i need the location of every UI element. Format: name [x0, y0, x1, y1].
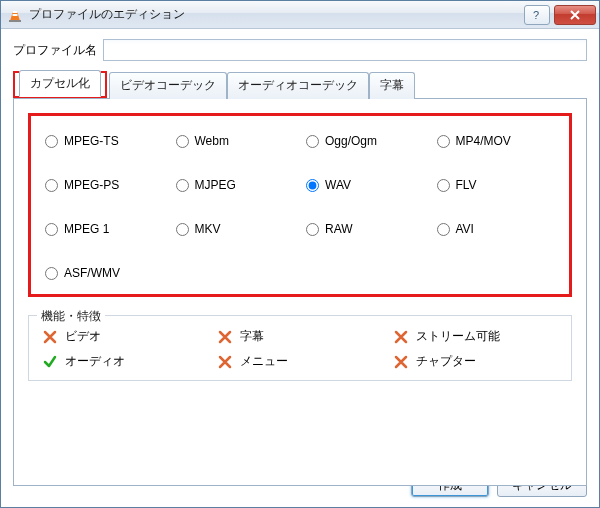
format-label: MPEG-PS — [64, 178, 119, 192]
svg-rect-1 — [13, 11, 18, 13]
format-radio[interactable] — [176, 179, 189, 192]
features-legend: 機能・特徴 — [37, 308, 105, 325]
tab-strip: カプセル化 ビデオコーデック オーディオコーデック 字幕 — [13, 71, 587, 98]
feature-item: オーディオ — [43, 353, 206, 370]
format-option[interactable]: RAW — [306, 222, 425, 236]
format-radio[interactable] — [437, 179, 450, 192]
format-radio[interactable] — [306, 179, 319, 192]
x-icon — [43, 330, 57, 344]
format-label: FLV — [456, 178, 477, 192]
format-label: AVI — [456, 222, 474, 236]
format-label: MJPEG — [195, 178, 236, 192]
format-radio[interactable] — [306, 223, 319, 236]
svg-rect-3 — [9, 20, 21, 22]
format-option[interactable]: MKV — [176, 222, 295, 236]
feature-label: ストリーム可能 — [416, 328, 500, 345]
x-icon — [218, 330, 232, 344]
format-option[interactable]: Ogg/Ogm — [306, 134, 425, 148]
format-option[interactable]: MPEG-TS — [45, 134, 164, 148]
profile-name-row: プロファイル名 — [13, 39, 587, 61]
feature-label: メニュー — [240, 353, 288, 370]
format-option[interactable]: WAV — [306, 178, 425, 192]
svg-rect-2 — [13, 14, 18, 16]
format-label: Ogg/Ogm — [325, 134, 377, 148]
format-label: Webm — [195, 134, 229, 148]
format-radio[interactable] — [176, 135, 189, 148]
tab-encapsulation-highlight: カプセル化 — [13, 71, 107, 98]
format-radio[interactable] — [437, 223, 450, 236]
format-option[interactable]: MPEG 1 — [45, 222, 164, 236]
feature-item: 字幕 — [218, 328, 381, 345]
feature-item: チャプター — [394, 353, 557, 370]
format-label: RAW — [325, 222, 353, 236]
format-radio[interactable] — [437, 135, 450, 148]
format-option[interactable]: AVI — [437, 222, 556, 236]
features-grid: ビデオ字幕ストリーム可能オーディオメニューチャプター — [43, 328, 557, 370]
profile-name-label: プロファイル名 — [13, 42, 97, 59]
tab-audio-codec[interactable]: オーディオコーデック — [227, 72, 369, 99]
format-option[interactable]: ASF/WMV — [45, 266, 164, 280]
format-label: MP4/MOV — [456, 134, 511, 148]
format-radio[interactable] — [306, 135, 319, 148]
format-option[interactable]: Webm — [176, 134, 295, 148]
tab-video-codec[interactable]: ビデオコーデック — [109, 72, 227, 99]
format-label: MKV — [195, 222, 221, 236]
format-radio[interactable] — [45, 267, 58, 280]
feature-item: ビデオ — [43, 328, 206, 345]
format-radio[interactable] — [45, 223, 58, 236]
format-radio[interactable] — [176, 223, 189, 236]
format-option[interactable]: MJPEG — [176, 178, 295, 192]
format-radio-group: MPEG-TSWebmOgg/OgmMP4/MOVMPEG-PSMJPEGWAV… — [28, 113, 572, 297]
profile-name-input[interactable] — [103, 39, 587, 61]
feature-item: メニュー — [218, 353, 381, 370]
format-label: MPEG 1 — [64, 222, 109, 236]
feature-label: オーディオ — [65, 353, 125, 370]
x-icon — [394, 330, 408, 344]
tab-subtitles[interactable]: 字幕 — [369, 72, 415, 99]
format-label: ASF/WMV — [64, 266, 120, 280]
tab-panel-encapsulation: MPEG-TSWebmOgg/OgmMP4/MOVMPEG-PSMJPEGWAV… — [13, 98, 587, 486]
x-icon — [218, 355, 232, 369]
feature-label: チャプター — [416, 353, 476, 370]
format-option[interactable]: FLV — [437, 178, 556, 192]
feature-item: ストリーム可能 — [394, 328, 557, 345]
feature-label: ビデオ — [65, 328, 101, 345]
format-label: MPEG-TS — [64, 134, 119, 148]
svg-text:?: ? — [533, 9, 539, 21]
features-box: 機能・特徴 ビデオ字幕ストリーム可能オーディオメニューチャプター — [28, 315, 572, 381]
format-radio[interactable] — [45, 179, 58, 192]
feature-label: 字幕 — [240, 328, 264, 345]
format-option[interactable]: MPEG-PS — [45, 178, 164, 192]
check-icon — [43, 355, 57, 369]
client-area: プロファイル名 カプセル化 ビデオコーデック オーディオコーデック 字幕 MPE… — [1, 29, 599, 507]
tab-encapsulation[interactable]: カプセル化 — [19, 70, 101, 97]
format-radio[interactable] — [45, 135, 58, 148]
close-button[interactable] — [554, 5, 596, 25]
format-label: WAV — [325, 178, 351, 192]
window-title: プロファイルのエディション — [29, 6, 520, 23]
x-icon — [394, 355, 408, 369]
titlebar: プロファイルのエディション ? — [1, 1, 599, 29]
help-button[interactable]: ? — [524, 5, 550, 25]
format-option[interactable]: MP4/MOV — [437, 134, 556, 148]
app-icon — [7, 7, 23, 23]
